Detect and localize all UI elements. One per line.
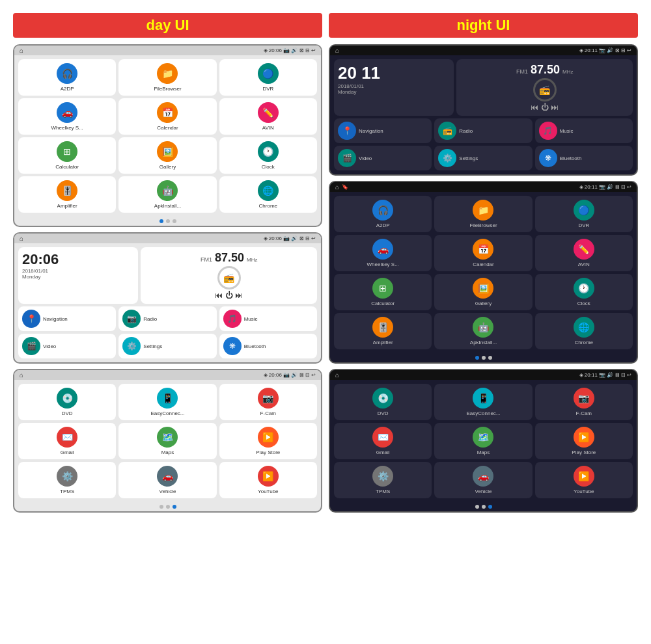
night-home-icon-1: ⌂	[335, 47, 339, 54]
night-dash-top: 20 11 2018/01/01 Monday FM1 87.50 MHz 📻 …	[334, 59, 633, 116]
night-dash-date: 2018/01/01	[338, 83, 450, 89]
night-radio-controls[interactable]: ⏮ ⏻ ⏭	[531, 103, 559, 112]
dash-app-item[interactable]: 🎬Video	[334, 146, 432, 170]
app-item[interactable]: ▶️Play Store	[219, 423, 317, 459]
app-icon: ▶️	[574, 466, 594, 487]
app-item[interactable]: 📱EasyConnec...	[434, 384, 532, 420]
app-item[interactable]: ✏️AVIN	[219, 98, 317, 135]
app-item[interactable]: 🚗Vehicle	[118, 462, 216, 498]
app-item[interactable]: 🕐Clock	[535, 274, 633, 310]
app-icon: 🚗	[372, 239, 393, 260]
app-label: DVR	[578, 222, 589, 228]
app-item[interactable]: 🤖ApkInstall...	[434, 313, 532, 349]
day-app-grid-1: 🎧A2DP📁FileBrowser🔵DVR🚗Wheelkey S...📅Cale…	[14, 55, 321, 217]
app-item[interactable]: 📷F-Cam	[219, 384, 317, 420]
dash-top: 20:06 2018/01/01 Monday FM1 87.50 MHz 📻 …	[18, 247, 317, 304]
dot-3a	[159, 505, 163, 509]
night-status-icons-3: ◈ 20:11 📷 🔊 ⊠ ⊟ ↩	[579, 372, 631, 378]
app-item[interactable]: 🗺️Maps	[434, 423, 532, 459]
app-item[interactable]: 🚗Wheelkey S...	[18, 98, 116, 135]
dash-app-icon: ⚙️	[438, 149, 456, 167]
app-item[interactable]: ✉️Gmail	[18, 423, 116, 459]
app-icon: 🎚️	[372, 317, 393, 338]
app-item[interactable]: 🖼️Gallery	[434, 274, 532, 310]
app-icon: 🗺️	[157, 427, 178, 448]
dash-app-item[interactable]: 📻Radio	[434, 118, 532, 143]
app-item[interactable]: 🔵DVR	[535, 196, 633, 232]
dash-time: 20:06	[22, 251, 134, 268]
app-item[interactable]: ▶️Play Store	[535, 423, 633, 459]
dash-app-item[interactable]: 🎵Music	[535, 118, 633, 143]
radio-controls[interactable]: ⏮ ⏻ ⏭	[215, 291, 243, 300]
app-item[interactable]: 🤖ApkInstall...	[118, 176, 216, 213]
app-label: Play Store	[256, 449, 280, 455]
night-screen-3: ⌂ ◈ 20:11 📷 🔊 ⊠ ⊟ ↩ 💿DVD📱EasyConnec...📷F…	[329, 369, 638, 513]
app-item[interactable]: ⚙️TPMS	[18, 462, 116, 498]
app-icon: ✏️	[258, 102, 279, 123]
night-dash-day: Monday	[338, 89, 450, 95]
app-item[interactable]: 🎚️Amplifier	[18, 176, 116, 213]
dash-app-item[interactable]: ❋Bluetooth	[219, 334, 317, 358]
app-icon: 🚗	[473, 466, 493, 487]
app-item[interactable]: 📅Calendar	[434, 235, 532, 271]
app-item[interactable]: ⚙️TPMS	[334, 462, 432, 498]
app-item[interactable]: ⊞Calculator	[18, 137, 116, 174]
app-item[interactable]: 📅Calendar	[118, 98, 216, 135]
app-item[interactable]: 💿DVD	[334, 384, 432, 420]
dash-app-icon: ❋	[223, 337, 242, 355]
dash-app-item[interactable]: 📷Radio	[118, 306, 216, 331]
dash-app-item[interactable]: 📍Navigation	[334, 118, 432, 143]
app-item[interactable]: 📷F-Cam	[535, 384, 633, 420]
dash-app-item[interactable]: ⚙️Settings	[118, 334, 216, 358]
app-label: A2DP	[61, 86, 74, 92]
app-item[interactable]: 🌐Chrome	[535, 313, 633, 349]
app-label: Chrome	[259, 203, 277, 209]
app-icon: 📁	[157, 63, 178, 84]
app-icon: 📅	[157, 102, 178, 123]
app-item[interactable]: 🕐Clock	[219, 137, 317, 174]
night-status-bar-1: ⌂ ◈ 20:11 📷 🔊 ⊠ ⊟ ↩	[330, 46, 637, 55]
dash-app-label: Radio	[459, 128, 473, 134]
app-item[interactable]: 📁FileBrowser	[434, 196, 532, 232]
app-item[interactable]: ▶️YouTube	[535, 462, 633, 498]
dash-app-item[interactable]: 🎬Video	[18, 334, 116, 358]
app-item[interactable]: 🔵DVR	[219, 59, 317, 96]
status-icons-2: ◈ 20:06 📷 🔊 ⊠ ⊟ ↩	[264, 235, 316, 241]
app-item[interactable]: ✉️Gmail	[334, 423, 432, 459]
app-item[interactable]: 🎚️Amplifier	[334, 313, 432, 349]
app-item[interactable]: 💿DVD	[18, 384, 116, 420]
app-item[interactable]: 🖼️Gallery	[118, 137, 216, 174]
app-label: Amplifier	[57, 203, 77, 209]
dash-app-item[interactable]: 🎵Music	[219, 306, 317, 331]
dot-indicator-1	[14, 217, 321, 226]
app-label: TPMS	[60, 489, 74, 494]
dot-3	[173, 219, 176, 223]
app-label: EasyConnec...	[150, 410, 184, 416]
app-item[interactable]: 🚗Vehicle	[434, 462, 532, 498]
dash-app-item[interactable]: 📍Navigation	[18, 306, 116, 331]
home-icon-2: ⌂	[20, 235, 23, 242]
app-item[interactable]: 🌐Chrome	[219, 176, 317, 213]
night-radio-icon: 📻	[533, 78, 557, 101]
app-item[interactable]: 📱EasyConnec...	[118, 384, 216, 420]
dash-app-item[interactable]: ⚙️Settings	[434, 146, 532, 170]
app-label: Clock	[262, 164, 275, 170]
day-screen-2: ⌂ ◈ 20:06 📷 🔊 ⊠ ⊟ ↩ 20:06 2018/01/01 Mon…	[13, 232, 322, 364]
app-item[interactable]: 📁FileBrowser	[118, 59, 216, 96]
app-item[interactable]: 🎧A2DP	[18, 59, 116, 96]
app-item[interactable]: 🎧A2DP	[334, 196, 432, 232]
app-icon: 🎚️	[57, 180, 77, 201]
app-icon: 🖼️	[157, 141, 178, 162]
app-item[interactable]: 🗺️Maps	[118, 423, 216, 459]
night-dot-indicator-2	[330, 353, 637, 362]
app-icon: 📅	[473, 239, 493, 260]
app-item[interactable]: ✏️AVIN	[535, 235, 633, 271]
app-item[interactable]: ⊞Calculator	[334, 274, 432, 310]
app-item[interactable]: 🚗Wheelkey S...	[334, 235, 432, 271]
app-icon: 🔵	[574, 200, 594, 221]
dash-radio: FM1 87.50 MHz 📻 ⏮ ⏻ ⏭	[141, 247, 317, 304]
app-item[interactable]: ▶️YouTube	[219, 462, 317, 498]
dash-app-item[interactable]: ❋Bluetooth	[535, 146, 633, 170]
night-dot-3c	[488, 505, 492, 509]
app-icon: ▶️	[258, 427, 279, 448]
